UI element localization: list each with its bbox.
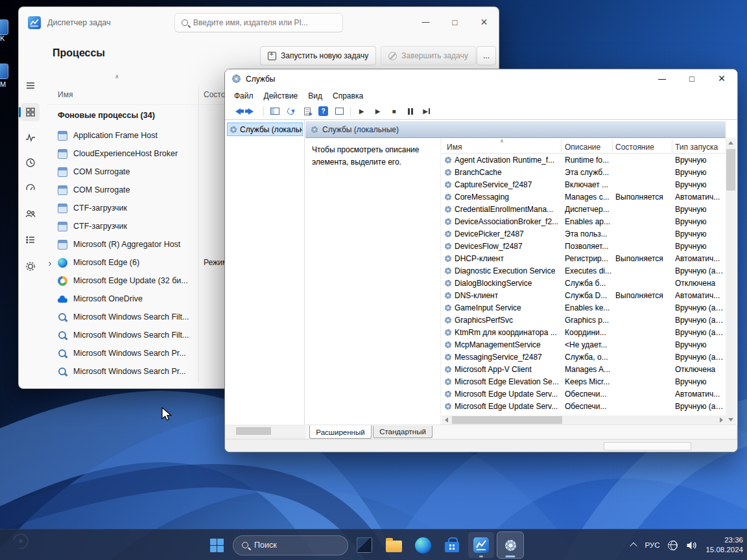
column-description[interactable]: Описание [565,143,600,152]
scrollbar-thumb[interactable] [236,427,271,435]
service-row[interactable]: Microsoft Edge Update Serv...Обеспечи...… [442,388,726,400]
menu-toggle-icon[interactable] [21,76,40,95]
taskbar-app-services[interactable] [497,532,523,558]
service-row[interactable]: CoreMessagingManages c...ВыполняетсяАвто… [442,191,726,203]
service-row[interactable]: DevicesFlow_f2487Позволяет...Вручную [442,240,726,252]
desktop-icon[interactable] [0,64,8,79]
properties-icon[interactable] [332,104,347,119]
menu-help[interactable]: Справка [327,91,368,100]
refresh-icon[interactable] [283,104,298,119]
stop-service-icon[interactable] [386,104,401,119]
pause-service-icon[interactable] [403,104,418,119]
scroll-right-icon[interactable] [717,415,726,425]
service-row[interactable]: GameInput ServiceEnables ke...Вручную (а… [442,301,726,314]
service-row[interactable]: CaptureService_f2487Включает ...Вручную [442,178,726,191]
vertical-scrollbar[interactable] [726,138,736,425]
menu-file[interactable]: Файл [229,91,259,100]
maximize-button[interactable] [677,69,707,88]
nav-startup-apps-icon[interactable] [21,179,40,197]
minimize-button[interactable] [647,69,677,88]
taskbar-app-edge[interactable] [410,532,436,558]
back-icon[interactable] [229,104,244,119]
task-manager-titlebar[interactable]: Диспетчер задач Введите имя, издателя ил… [19,7,499,38]
service-row[interactable]: DNS-клиентСлужба D...ВыполняетсяАвтомати… [442,289,726,301]
service-row[interactable]: DevicePicker_f2487Эта польз...Вручную [442,228,726,240]
taskbar-app-task-manager[interactable] [468,532,494,558]
maximize-button[interactable] [440,7,469,37]
service-row[interactable]: Microsoft App-V ClientManages A...Отключ… [442,363,726,375]
nav-processes-icon[interactable] [21,103,40,121]
service-row[interactable]: BranchCacheЭта служб...Вручную [442,166,726,178]
expander-chevron-icon[interactable]: › [42,257,58,268]
close-button[interactable] [469,7,499,37]
column-status[interactable]: Состояние [615,143,654,152]
service-row[interactable]: Microsoft Edge Update Serv...Обеспечи...… [442,400,726,412]
more-options-button[interactable]: ... [477,46,496,65]
start-service-icon[interactable] [354,104,369,119]
taskbar-app-store[interactable] [439,532,465,558]
horizontal-scrollbar[interactable] [442,415,726,425]
column-name[interactable]: Имя [58,90,73,99]
tree-horizontal-scrollbar[interactable] [226,426,304,436]
task-manager-search-input[interactable]: Введите имя, издателя или PI... [174,13,343,32]
scroll-down-icon[interactable] [726,415,736,425]
menu-view[interactable]: Вид [303,91,327,100]
restart-service-icon[interactable] [419,104,434,119]
taskbar-search-input[interactable]: Поиск [233,535,348,555]
nav-details-icon[interactable] [21,231,40,249]
column-name[interactable]: Имя [447,143,462,152]
service-row[interactable]: McpManagementService<Не удает...Вручную [442,338,726,351]
selected-indicator [19,107,21,117]
resume-service-icon[interactable] [370,104,385,119]
help-icon[interactable] [316,104,331,119]
nav-performance-icon[interactable] [21,128,40,146]
service-row[interactable]: GraphicsPerfSvcGraphics p...Вручную (ак.… [442,314,726,326]
forward-icon[interactable] [245,104,260,119]
folder-icon [386,541,402,552]
services-titlebar[interactable]: Службы [225,69,737,89]
scrollbar-thumb[interactable] [726,149,735,191]
process-group-header[interactable]: Фоновые процессы (34) [58,111,155,120]
menu-action[interactable]: Действие [259,91,303,100]
minimize-button[interactable] [411,7,440,37]
export-list-icon[interactable] [300,104,314,119]
services-column-header[interactable]: Имя Описание Состояние Тип запуска [442,138,726,154]
scrollbar-thumb[interactable] [452,416,562,424]
service-row[interactable]: Agent Activation Runtime_f...Runtime fo.… [442,154,726,166]
show-console-tree-icon[interactable] [267,104,282,119]
service-row[interactable]: DeviceAssociationBroker_f2...Enables ap.… [442,215,726,228]
tree-item-services-local[interactable]: Службы (локальн [227,122,303,136]
tab-standard[interactable]: Стандартный [373,426,433,438]
window-icon [58,240,67,250]
tab-extended[interactable]: Расширенный [309,425,372,439]
taskbar-app-snip[interactable] [351,532,377,558]
volume-icon[interactable] [686,541,697,550]
service-row[interactable]: KtmRm для координатора ...Координи...Вру… [442,326,726,338]
nav-services-icon[interactable] [21,257,40,275]
desktop-icon-label[interactable]: M [0,80,6,88]
start-button[interactable] [204,532,230,558]
scroll-left-icon[interactable] [442,415,451,425]
scroll-up-icon[interactable] [726,138,736,148]
nav-users-icon[interactable] [21,205,40,223]
service-row[interactable]: CredentialEnrollmentMana...Диспетчер...В… [442,203,726,215]
service-row[interactable]: Microsoft Edge Elevation Se...Keeps Micr… [442,375,726,388]
service-name: McpManagementService [445,340,562,349]
taskbar-clock[interactable]: 23:36 15.08.2024 [706,535,743,555]
run-new-task-button[interactable]: Запустить новую задачу [260,46,376,65]
service-row[interactable]: DHCP-клиентРегистрир...ВыполняетсяАвтома… [442,252,726,264]
column-startup-type[interactable]: Тип запуска [675,143,718,152]
network-globe-icon[interactable] [668,541,678,550]
service-row[interactable]: Diagnostic Execution ServiceExecutes di.… [442,264,726,277]
service-row[interactable]: MessagingService_f2487Служба, о...Вручну… [442,351,726,363]
service-row[interactable]: DialogBlockingServiceСлужба б...Отключен… [442,277,726,289]
taskbar-app-explorer[interactable] [381,532,407,558]
active-indicator [506,555,516,557]
end-task-button[interactable]: Завершить задачу [381,46,476,65]
desktop-icon-label[interactable]: K [0,34,5,42]
tray-chevron-up-icon[interactable] [630,542,637,550]
desktop-icon[interactable] [0,19,8,35]
nav-app-history-icon[interactable] [21,154,40,172]
language-indicator[interactable]: РУС [645,541,659,549]
close-button[interactable] [707,69,737,88]
